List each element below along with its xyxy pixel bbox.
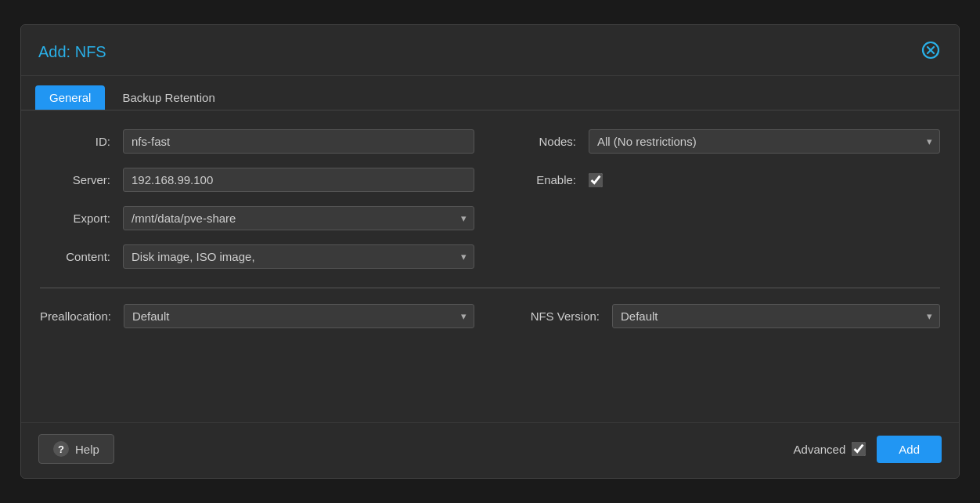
server-label: Server:	[40, 173, 110, 186]
server-row: Server:	[40, 168, 474, 192]
help-icon: ?	[53, 441, 69, 457]
nodes-row: Nodes: All (No restrictions) ▾	[506, 129, 940, 154]
nfs-version-label: NFS Version:	[506, 309, 600, 323]
id-input[interactable]	[123, 129, 474, 154]
dialog-footer: ? Help Advanced Add	[21, 422, 959, 478]
tab-backup-retention[interactable]: Backup Retention	[108, 85, 229, 110]
enable-checkbox[interactable]	[589, 173, 603, 187]
help-label: Help	[75, 443, 99, 456]
id-label: ID:	[40, 135, 110, 148]
dialog-body: ID: Nodes: All (No restrictions) ▾ Serve…	[21, 110, 959, 422]
content-select[interactable]: Disk image, ISO image,	[123, 244, 474, 269]
nodes-select[interactable]: All (No restrictions)	[589, 129, 940, 154]
main-form-section: ID: Nodes: All (No restrictions) ▾ Serve…	[40, 129, 940, 284]
export-label: Export:	[40, 212, 110, 225]
enable-row: Enable:	[506, 168, 940, 192]
nodes-label: Nodes:	[506, 135, 576, 148]
advanced-label: Advanced	[794, 443, 846, 456]
export-row: Export: /mnt/data/pve-share ▾	[40, 206, 474, 230]
nodes-select-wrapper: All (No restrictions) ▾	[589, 129, 940, 154]
preallocation-label: Preallocation:	[40, 309, 111, 323]
id-row: ID:	[40, 129, 474, 154]
preallocation-row: Preallocation: Default ▾	[40, 304, 474, 328]
content-select-wrapper: Disk image, ISO image, ▾	[123, 244, 474, 269]
close-button[interactable]	[920, 39, 942, 64]
footer-right: Advanced Add	[794, 436, 942, 463]
advanced-section: Preallocation: Default ▾ NFS Version: De…	[40, 304, 940, 328]
preallocation-select[interactable]: Default	[124, 304, 474, 328]
section-divider	[40, 288, 940, 288]
server-input[interactable]	[123, 168, 474, 192]
enable-label: Enable:	[506, 173, 576, 186]
add-nfs-dialog: Add: NFS General Backup Retention ID: No…	[20, 24, 960, 479]
help-button[interactable]: ? Help	[38, 434, 114, 464]
add-button[interactable]: Add	[877, 436, 942, 463]
dialog-header: Add: NFS	[21, 25, 959, 76]
export-select[interactable]: /mnt/data/pve-share	[123, 206, 474, 230]
advanced-wrapper: Advanced	[794, 442, 867, 456]
content-label: Content:	[40, 250, 110, 263]
tab-bar: General Backup Retention	[21, 76, 959, 110]
tab-general[interactable]: General	[35, 85, 105, 110]
advanced-checkbox[interactable]	[852, 442, 866, 456]
content-row: Content: Disk image, ISO image, ▾	[40, 244, 474, 269]
nfs-version-row: NFS Version: Default ▾	[506, 304, 940, 328]
export-select-wrapper: /mnt/data/pve-share ▾	[123, 206, 474, 230]
enable-checkbox-wrapper	[589, 173, 603, 187]
empty-cell	[506, 206, 940, 230]
nfs-version-select-wrapper: Default ▾	[612, 304, 940, 328]
dialog-title: Add: NFS	[38, 43, 106, 61]
nfs-version-select[interactable]: Default	[612, 304, 940, 328]
preallocation-select-wrapper: Default ▾	[124, 304, 474, 328]
